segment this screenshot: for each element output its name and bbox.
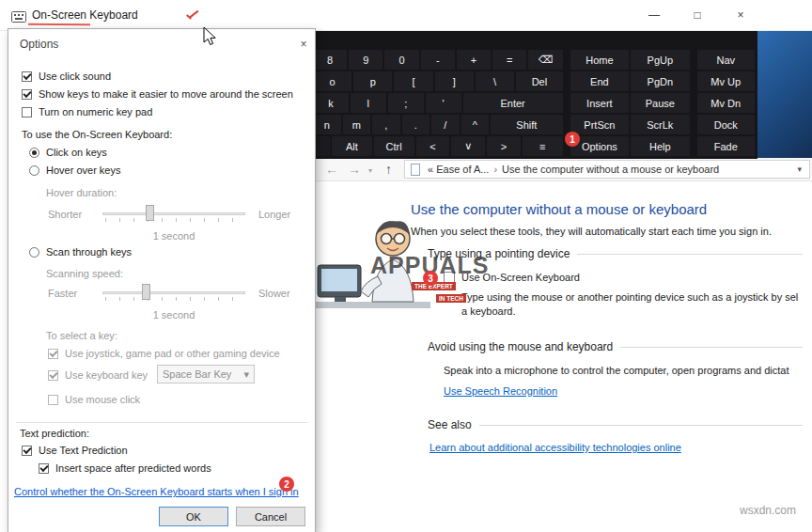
show-keys-row: Show keys to make it easier to move arou… <box>22 88 293 100</box>
breadcrumb-root[interactable]: « Ease of A... <box>425 164 492 175</box>
key-mv-up[interactable]: Mv Up <box>697 71 755 91</box>
key-8[interactable]: 8 <box>313 50 347 70</box>
key-fade[interactable]: Fade <box>697 136 755 156</box>
use-osk-label: Use On-Screen Keyboard <box>461 272 580 283</box>
minimize-button[interactable]: — <box>637 0 671 30</box>
key-arrow-down[interactable]: ∨ <box>451 136 485 156</box>
osk-row-4: n m , . / ^ Shift PrtScn ScrLk Dock <box>313 115 755 134</box>
key-slash[interactable]: / <box>431 115 460 134</box>
key-backslash[interactable]: \ <box>476 71 514 91</box>
key-period[interactable]: . <box>402 115 430 134</box>
key-arrow-left[interactable]: < <box>416 136 450 156</box>
key-pgdn[interactable]: PgDn <box>631 71 689 91</box>
key-minus[interactable]: - <box>421 50 455 70</box>
hover-over-keys-radio[interactable] <box>29 165 39 176</box>
key-quote[interactable]: ' <box>426 93 461 113</box>
key-menu-icon[interactable]: ≡ <box>523 136 563 156</box>
click-on-keys-radio[interactable] <box>29 148 39 158</box>
key-bracket-close[interactable]: ] <box>435 71 474 91</box>
hover-duration-slider[interactable] <box>102 204 245 225</box>
up-icon[interactable]: ↑ <box>385 162 392 177</box>
cancel-button[interactable]: Cancel <box>236 507 305 526</box>
key-help[interactable]: Help <box>631 136 689 156</box>
key-end[interactable]: End <box>570 71 629 91</box>
use-text-prediction-label: Use Text Prediction <box>39 445 128 456</box>
click-on-keys-label: Click on keys <box>46 147 107 158</box>
keyboard-key-select[interactable]: Space Bar Key ▾ <box>157 365 255 383</box>
key-semicolon[interactable]: ; <box>388 93 424 113</box>
key-o[interactable]: o <box>313 71 351 91</box>
ease-of-access-page: Use the computer without a mouse or keyb… <box>310 181 812 532</box>
mouse-click-checkbox[interactable] <box>48 395 58 405</box>
key-dock[interactable]: Dock <box>697 115 755 134</box>
scan-through-keys-radio[interactable] <box>29 247 39 258</box>
key-0[interactable]: 0 <box>384 50 418 70</box>
joystick-checkbox[interactable] <box>48 349 58 359</box>
use-osk-checkbox[interactable] <box>444 272 455 283</box>
slider-thumb[interactable] <box>142 284 150 300</box>
key-l[interactable]: l <box>351 93 386 113</box>
keyboard-key-row: Use keyboard key <box>48 369 148 381</box>
key-mv-dn[interactable]: Mv Dn <box>697 93 755 113</box>
dialog-close-icon[interactable]: × <box>294 36 313 53</box>
keyboard-key-label: Use keyboard key <box>65 369 148 381</box>
chevron-down-icon: ▾ <box>243 368 249 381</box>
dialog-title: Options <box>20 38 58 51</box>
key-pause[interactable]: Pause <box>631 93 689 113</box>
address-dropdown-icon[interactable]: ▾ <box>793 164 805 174</box>
scanning-speed-slider[interactable] <box>102 283 245 304</box>
mouse-click-row: Use mouse click <box>48 394 140 405</box>
history-dropdown-icon[interactable]: ▾ <box>368 166 372 175</box>
key-ctrl[interactable]: Ctrl <box>374 136 414 156</box>
key-enter[interactable]: Enter <box>463 93 563 113</box>
scan-through-keys-label: Scan through keys <box>46 246 132 258</box>
close-button[interactable]: × <box>724 0 757 30</box>
key-k[interactable]: k <box>313 93 349 113</box>
key-alt[interactable]: Alt <box>332 136 372 156</box>
ok-button[interactable]: OK <box>159 507 228 526</box>
section-rule <box>577 254 803 255</box>
back-icon[interactable]: ← <box>325 162 338 177</box>
slider-track[interactable] <box>102 212 245 215</box>
key-nav[interactable]: Nav <box>697 50 755 70</box>
annotation-badge-2: 2 <box>279 477 294 492</box>
key-p[interactable]: p <box>353 71 392 91</box>
keyboard-key-checkbox[interactable] <box>48 370 58 381</box>
key-insert[interactable]: Insert <box>570 93 629 113</box>
key-home[interactable]: Home <box>570 50 629 70</box>
key-arrow-up[interactable]: ^ <box>461 115 490 134</box>
key-arrow-right[interactable]: > <box>487 136 521 156</box>
key-shift[interactable]: Shift <box>491 115 563 134</box>
maximize-button[interactable]: □ <box>680 0 714 30</box>
accessibility-technologies-link[interactable]: Learn about additional accessibility tec… <box>429 442 681 453</box>
insert-space-checkbox[interactable] <box>39 463 49 474</box>
osk-row-2: o p [ ] \ Del End PgDn Mv Up <box>313 71 755 91</box>
key-del[interactable]: Del <box>516 71 562 91</box>
key-bracket-open[interactable]: [ <box>394 71 432 91</box>
mouse-cursor <box>203 26 216 50</box>
slider-track[interactable] <box>102 291 245 294</box>
speech-recognition-link[interactable]: Use Speech Recognition <box>444 385 557 397</box>
osk-row-3: k l ; ' Enter Insert Pause Mv Dn <box>313 93 755 113</box>
breadcrumb-current[interactable]: Use the computer without a mouse or keyb… <box>499 164 722 175</box>
annotation-badge-1: 1 <box>565 132 580 147</box>
address-bar[interactable]: « Ease of A... › Use the computer withou… <box>404 160 810 179</box>
key-scrlk[interactable]: ScrLk <box>631 115 689 134</box>
slider-thumb[interactable] <box>146 205 154 221</box>
use-text-prediction-checkbox[interactable] <box>22 446 32 456</box>
key-m[interactable]: m <box>343 115 371 134</box>
key-n[interactable]: n <box>313 115 341 134</box>
key-equals[interactable]: = <box>492 50 526 70</box>
numeric-pad-checkbox[interactable] <box>22 107 32 117</box>
key-pgup[interactable]: PgUp <box>631 50 689 70</box>
forward-icon[interactable]: → <box>348 162 361 177</box>
key-backspace[interactable]: ⌫ <box>528 50 562 70</box>
key-9[interactable]: 9 <box>349 50 383 70</box>
key-prtscn[interactable]: PrtScn <box>570 115 629 134</box>
text-prediction-label: Text prediction: <box>20 428 89 439</box>
use-click-sound-checkbox[interactable] <box>22 71 32 82</box>
show-keys-checkbox[interactable] <box>22 89 32 100</box>
key-comma[interactable]: , <box>372 115 400 134</box>
startup-settings-link[interactable]: Control whether the On-Screen Keyboard s… <box>14 486 299 497</box>
key-plus[interactable]: + <box>457 50 491 70</box>
